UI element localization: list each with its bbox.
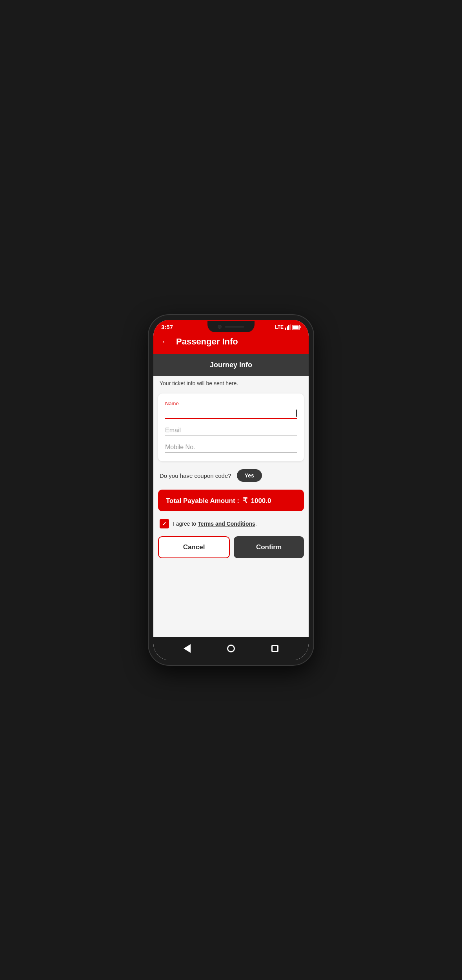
back-nav-button[interactable] — [180, 641, 194, 656]
cancel-button[interactable]: Cancel — [158, 536, 230, 558]
back-button[interactable]: ← — [161, 337, 170, 347]
cursor-indicator — [296, 410, 297, 417]
mobile-input[interactable] — [165, 442, 297, 453]
terms-row: ✓ I agree to Terms and Conditions. — [153, 514, 309, 533]
svg-rect-6 — [293, 325, 299, 329]
terms-checkbox[interactable]: ✓ — [160, 519, 169, 528]
phone-screen: 3:57 LTE ← Passenger Info — [153, 320, 309, 660]
svg-rect-0 — [285, 328, 286, 330]
bottom-navigation — [153, 637, 309, 660]
name-label: Name — [165, 401, 297, 406]
status-icons: LTE — [275, 324, 301, 330]
svg-rect-5 — [300, 326, 301, 328]
phone-frame: 3:57 LTE ← Passenger Info — [149, 315, 313, 665]
confirm-button[interactable]: Confirm — [234, 536, 304, 558]
notch — [207, 321, 255, 332]
coupon-row: Do you have coupon code? Yes — [153, 464, 309, 486]
journey-info-bar: Journey Info — [153, 354, 309, 376]
status-time: 3:57 — [161, 324, 173, 330]
journey-info-title: Journey Info — [210, 361, 252, 369]
yes-coupon-button[interactable]: Yes — [237, 469, 262, 482]
content-area: Journey Info Your ticket info will be se… — [153, 354, 309, 637]
total-amount-text: Total Payable Amount : ₹ 1000.0 — [166, 497, 271, 505]
home-nav-button[interactable] — [224, 641, 238, 656]
network-label: LTE — [275, 324, 284, 330]
checkmark-icon: ✓ — [162, 521, 167, 527]
battery-icon — [292, 325, 301, 330]
total-amount-bar: Total Payable Amount : ₹ 1000.0 — [158, 490, 304, 511]
name-field-group: Name — [165, 401, 297, 419]
action-buttons: Cancel Confirm — [153, 533, 309, 561]
name-input[interactable] — [165, 408, 296, 418]
mobile-field-group — [165, 442, 297, 453]
app-header: ← Passenger Info — [153, 333, 309, 354]
camera — [218, 325, 222, 329]
terms-link[interactable]: Terms and Conditions — [198, 521, 255, 527]
svg-rect-1 — [287, 326, 288, 330]
speaker — [225, 326, 244, 328]
back-nav-icon — [184, 644, 191, 653]
page-title: Passenger Info — [176, 337, 238, 347]
home-nav-icon — [227, 645, 235, 652]
ticket-info-note: Your ticket info will be sent here. — [153, 376, 309, 390]
svg-rect-3 — [290, 324, 291, 330]
agree-text: I agree to Terms and Conditions. — [173, 521, 257, 527]
coupon-question: Do you have coupon code? — [160, 472, 231, 479]
recent-nav-icon — [271, 645, 278, 652]
svg-rect-2 — [288, 325, 289, 330]
email-field-group — [165, 425, 297, 436]
recent-nav-button[interactable] — [268, 641, 282, 656]
signal-icon — [285, 324, 291, 330]
passenger-form-card: Name — [158, 393, 304, 461]
email-input[interactable] — [165, 425, 297, 436]
